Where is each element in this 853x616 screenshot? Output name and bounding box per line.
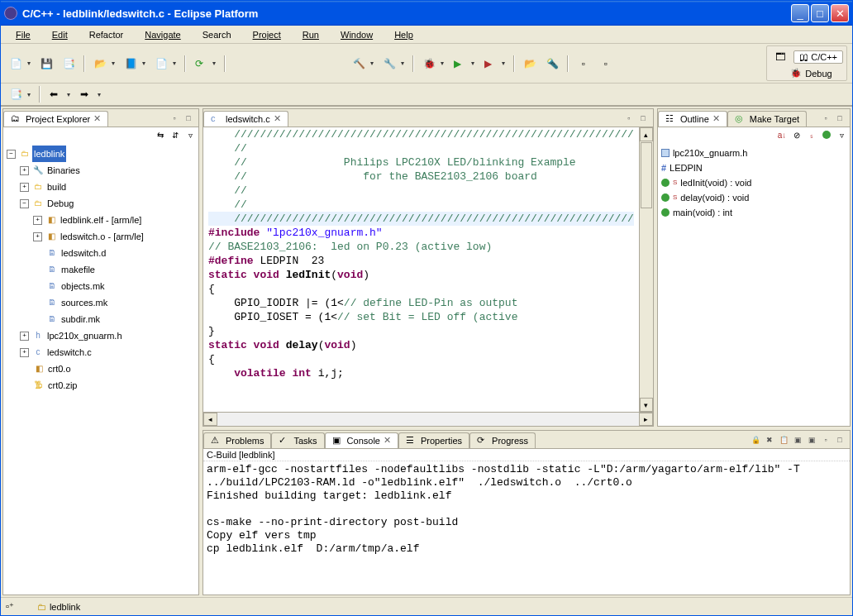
make-target-tab[interactable]: ◎ Make Target — [727, 111, 807, 127]
expand-toggle[interactable]: + — [20, 332, 29, 341]
outline-item[interactable]: SledInit(void) : void — [661, 175, 846, 190]
build-button[interactable]: ⟳ — [191, 55, 219, 73]
outline-toggle-button[interactable]: ▫ — [596, 55, 616, 73]
toggle-mark-button[interactable]: ▫ — [574, 55, 593, 73]
scroll-down-button[interactable]: ▾ — [640, 398, 653, 412]
pin-button[interactable]: 🔒 — [749, 434, 762, 446]
hide-nonpublic-button[interactable] — [820, 128, 833, 141]
forward-button[interactable]: ➡ — [76, 85, 104, 103]
tree-item[interactable]: crt0.o — [46, 361, 73, 377]
close-icon[interactable]: ✕ — [384, 435, 391, 446]
menu-file[interactable]: File — [6, 28, 41, 41]
expand-toggle[interactable]: + — [20, 348, 29, 357]
view-menu-button[interactable]: ▿ — [835, 128, 848, 141]
open-type-button[interactable]: 📂 — [520, 55, 540, 73]
properties-tab[interactable]: ☰Properties — [398, 432, 469, 448]
minimize-button[interactable]: _ — [791, 4, 809, 22]
close-button[interactable]: ✕ — [831, 4, 849, 22]
outline-item[interactable]: lpc210x_gnuarm.h — [661, 146, 846, 160]
outline-list[interactable]: lpc210x_gnuarm.h#LEDPINSledInit(void) : … — [658, 142, 850, 426]
tree-item[interactable]: ledswitch.o - [arm/le] — [59, 228, 145, 245]
view-maximize-button[interactable]: □ — [833, 112, 846, 124]
view-maximize-button[interactable]: □ — [636, 112, 650, 124]
new-folder-button[interactable]: 📂 — [90, 55, 118, 73]
open-perspective-button[interactable]: 🗔 — [770, 48, 790, 66]
scroll-right-button[interactable]: ▸ — [639, 413, 653, 426]
project-tree[interactable]: −🗀ledblink +🔧Binaries +🗀build −🗀Debug +◧… — [3, 142, 198, 595]
scroll-lock-button[interactable]: 📋 — [777, 434, 790, 446]
view-menu-button[interactable]: ▿ — [183, 128, 197, 141]
progress-tab[interactable]: ⟳Progress — [469, 432, 536, 448]
new-button[interactable]: 📄 — [6, 55, 34, 73]
tree-item[interactable]: ledswitch.c — [45, 344, 93, 361]
debug-run-button[interactable]: 🐞 — [419, 55, 447, 73]
tree-item[interactable]: objects.mk — [60, 278, 107, 294]
tree-item[interactable]: makefile — [60, 261, 97, 278]
tree-item[interactable]: sources.mk — [60, 294, 109, 311]
tree-item[interactable]: Binaries — [45, 162, 82, 179]
menu-window[interactable]: Window — [331, 28, 383, 41]
history-button[interactable]: 📑 — [6, 85, 34, 103]
hide-fields-button[interactable]: ⊘ — [790, 128, 803, 141]
save-button[interactable]: 💾 — [36, 55, 56, 73]
view-maximize-button[interactable]: □ — [833, 434, 846, 446]
view-maximize-button[interactable]: □ — [182, 112, 195, 124]
problems-tab[interactable]: ⚠Problems — [203, 432, 271, 448]
build-hammer-button[interactable]: 🔨 — [349, 55, 377, 73]
search-button[interactable]: 🔦 — [542, 55, 562, 73]
project-explorer-tab[interactable]: 🗂 Project Explorer ✕ — [3, 111, 108, 127]
editor-tab[interactable]: c ledswitch.c ✕ — [203, 111, 288, 127]
open-console-button[interactable]: ▣ — [805, 434, 818, 446]
expand-toggle[interactable]: − — [7, 150, 16, 159]
close-icon[interactable]: ✕ — [93, 113, 101, 124]
hide-static-button[interactable]: ₛ — [805, 128, 818, 141]
code-editor[interactable]: ////////////////////////////////////////… — [203, 127, 639, 412]
menu-search[interactable]: Search — [193, 28, 241, 41]
menu-navigate[interactable]: Navigate — [135, 28, 190, 41]
menu-run[interactable]: Run — [293, 28, 329, 41]
menu-help[interactable]: Help — [384, 28, 423, 41]
console-tab[interactable]: ▣Console✕ — [325, 432, 398, 448]
vertical-scrollbar[interactable]: ▴ ▾ — [639, 127, 653, 412]
scroll-thumb[interactable] — [641, 142, 652, 208]
scroll-up-button[interactable]: ▴ — [640, 127, 653, 141]
debug-perspective-icon[interactable]: 🐞 — [790, 68, 802, 79]
build-targets-button[interactable]: 🔧 — [379, 55, 407, 73]
link-editor-button[interactable]: ⇵ — [169, 128, 182, 141]
tree-item[interactable]: build — [45, 179, 68, 195]
outline-item[interactable]: #LEDPIN — [661, 160, 846, 175]
tree-item[interactable]: ledblink.elf - [arm/le] — [59, 212, 143, 228]
expand-toggle[interactable]: + — [20, 183, 29, 192]
tree-item[interactable]: crt0.zip — [46, 377, 79, 394]
maximize-button[interactable]: □ — [811, 4, 829, 22]
close-icon[interactable]: ✕ — [712, 113, 720, 124]
new-class-button[interactable]: 📘 — [121, 55, 149, 73]
view-minimize-button[interactable]: ▫ — [819, 434, 832, 446]
status-perspective-icon[interactable]: ▫⁺ — [6, 601, 14, 612]
expand-toggle[interactable]: + — [20, 166, 29, 175]
view-minimize-button[interactable]: ▫ — [622, 112, 636, 124]
close-icon[interactable]: ✕ — [274, 113, 281, 124]
tree-item[interactable]: lpc210x_gnuarm.h — [45, 327, 124, 344]
menu-refactor[interactable]: Refactor — [79, 28, 134, 41]
console-output[interactable]: arm-elf-gcc -nostartfiles -nodefaultlibs… — [203, 461, 850, 595]
back-button[interactable]: ⬅ — [45, 85, 74, 103]
cpp-perspective-icon[interactable]: 🕮 — [799, 52, 808, 62]
outline-item[interactable]: main(void) : int — [661, 205, 846, 220]
menu-project[interactable]: Project — [243, 28, 291, 41]
run-button[interactable]: ▶ — [450, 55, 478, 73]
menu-edit[interactable]: Edit — [42, 28, 78, 41]
outline-tab[interactable]: ☷ Outline ✕ — [658, 111, 727, 127]
sort-button[interactable]: a↓ — [775, 128, 789, 141]
tree-item[interactable]: ledswitch.d — [60, 245, 107, 261]
horizontal-scrollbar[interactable]: ◂ ▸ — [203, 412, 653, 426]
scroll-left-button[interactable]: ◂ — [203, 413, 217, 426]
expand-toggle[interactable]: + — [33, 216, 42, 225]
expand-toggle[interactable]: + — [33, 232, 42, 241]
expand-toggle[interactable]: − — [20, 199, 29, 208]
project-root[interactable]: ledblink — [32, 146, 66, 162]
collapse-all-button[interactable]: ⇆ — [154, 128, 167, 141]
tasks-tab[interactable]: ✓Tasks — [271, 432, 324, 448]
new-file-button[interactable]: 📄 — [151, 55, 179, 73]
save-all-button[interactable]: 📑 — [59, 55, 79, 73]
